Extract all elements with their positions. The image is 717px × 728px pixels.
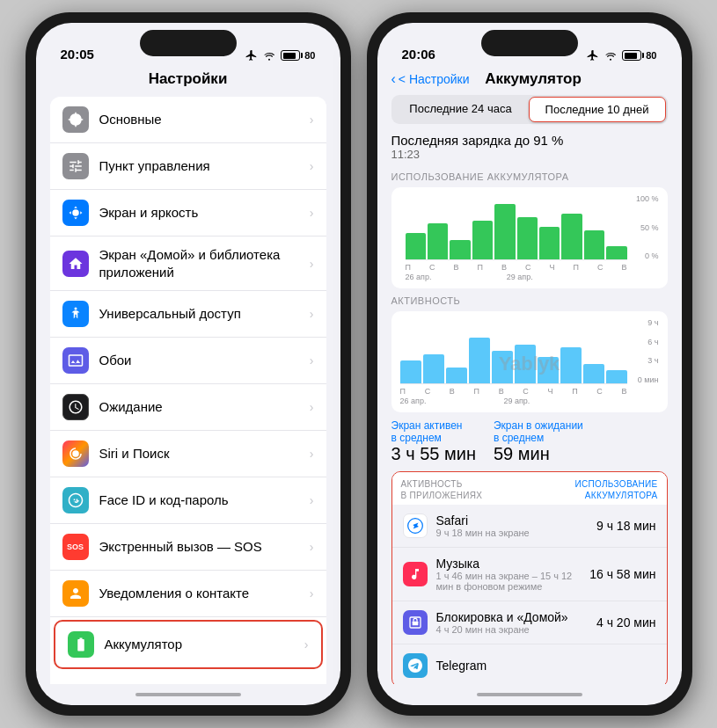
item-label-ekrandom: Экран «Домой» и библиотека приложений [99,246,304,280]
airplane-icon [245,49,258,62]
app-name-music: Музыка [436,557,590,571]
segment-24h[interactable]: Последние 24 часа [393,97,529,122]
chevron-osnovnye: › [310,113,314,127]
app-row-safari[interactable]: Safari 9 ч 18 мин на экране 9 ч 18 мин [392,505,667,548]
item-icon-ozhidanie [62,394,89,420]
item-icon-ekrandom [62,251,89,277]
bar-9 [584,230,604,259]
sliders-icon [68,158,84,174]
status-icons-left: 80 [245,49,315,62]
nav-back-button[interactable]: ‹ < Настройки [391,71,470,87]
item-icon-sos: SOS [62,534,89,560]
charge-title: Последняя зарядка до 91 % [391,133,668,148]
settings-item-ozhidanie[interactable]: Ожидание › [50,384,326,431]
app-info-telegram: Telegram [436,659,656,673]
music-icon [408,567,422,581]
bar-2 [428,223,448,259]
stat-active-label: Экран активенв среднем [391,419,476,444]
hr-3: 3 ч [647,356,658,365]
app-battery-safari: 9 ч 18 мин [596,519,656,533]
item-icon-akkum [68,631,94,658]
item-label-contact: Уведомления о контакте [99,585,304,602]
settings-list: Основные › Пункт управления › Экран [36,97,340,684]
home-icon [68,256,84,272]
app-usage-header: АКТИВНОСТЬВ ПРИЛОЖЕНИЯХ ИСПОЛЬЗОВАНИЕАКК… [392,472,667,505]
battery-icon-r: 80 [622,50,656,61]
home-indicator-right [377,684,682,705]
activity-section-label: АКТИВНОСТЬ [391,295,668,306]
pct-50: 50 % [640,223,659,232]
item-label-oboi: Обои [99,352,304,369]
bar-1 [406,233,426,259]
hr-9: 9 ч [647,318,658,327]
activity-apps-label: АКТИВНОСТЬВ ПРИЛОЖЕНИЯХ [401,478,483,501]
chevron-ekrandom: › [310,257,314,271]
settings-item-ekrandom[interactable]: Экран «Домой» и библиотека приложений › [50,237,326,291]
segment-control: Последние 24 часа Последние 10 дней [391,95,668,124]
iphone-left: 20:05 80 Настройки [26,12,351,716]
settings-item-osnovnye[interactable]: Основные › [50,97,326,143]
chevron-contact: › [310,586,314,601]
act-bar-4 [469,338,490,383]
brightness-icon [68,205,84,221]
standby-icon [68,399,84,415]
settings-item-universal[interactable]: Универсальный доступ › [50,291,326,338]
battery-usage-label: ИСПОЛЬЗОВАНИЕАККУМУЛЯТОРА [575,478,658,501]
chevron-sos: › [310,540,314,554]
lockscreen-icon [408,615,422,630]
iphone-right: 20:06 80 ‹ < Настройки Аккумулятор [367,12,692,716]
app-row-telegram[interactable]: Telegram [392,644,667,684]
bar-7 [539,227,560,259]
app-name-telegram: Telegram [436,659,656,673]
wifi-icon-r [604,49,618,62]
act-bar-3 [446,368,467,384]
item-label-universal: Универсальный доступ [99,305,304,323]
charge-time: 11:23 [391,148,668,161]
settings-item-siri[interactable]: Siri и Поиск › [50,431,326,477]
app-detail-lockscreen: 4 ч 20 мин на экране [436,624,597,635]
contact-icon [68,586,84,601]
item-icon-punkt [62,153,89,179]
settings-item-sos[interactable]: SOS Экстренный вызов — SOS › [50,524,326,571]
act-bar-8 [560,347,582,383]
settings-item-ekran[interactable]: Экран и яркость › [50,190,326,237]
stat-standby-value: 59 мин [494,444,583,464]
stat-active-value: 3 ч 55 мин [391,444,476,464]
settings-group-main: Основные › Пункт управления › Экран [50,97,326,684]
bar-6 [517,217,538,259]
app-row-lockscreen[interactable]: Блокировка и «Домой» 4 ч 20 мин на экран… [392,601,667,644]
pct-100: 100 % [636,194,659,203]
settings-item-contact[interactable]: Уведомления о контакте › [50,571,326,617]
svg-point-0 [74,308,77,310]
act-bar-10 [606,370,627,383]
app-detail-music: 1 ч 46 мин на экране – 15 ч 12 мин в фон… [436,571,590,592]
item-icon-ekran [62,200,89,226]
usage-section-label: ИСПОЛЬЗОВАНИЕ АККУМУЛЯТОРА [391,171,668,182]
page-title-left: Настройки [36,67,340,97]
segment-10d[interactable]: Последние 10 дней [529,97,666,122]
battery-content: Последняя зарядка до 91 % 11:23 ИСПОЛЬЗО… [377,133,682,684]
chevron-siri: › [310,447,314,461]
settings-item-konfid[interactable]: Конфиденциальность и безопасность › [50,672,326,684]
hr-6: 6 ч [647,338,658,346]
dynamic-island-right [481,30,578,56]
status-icons-right: 80 [587,49,656,62]
settings-item-oboi[interactable]: Обои › [50,338,326,384]
time-right: 20:06 [402,47,435,62]
app-detail-safari: 9 ч 18 мин на экране [436,528,597,538]
app-name-lockscreen: Блокировка и «Домой» [436,610,597,624]
app-row-music[interactable]: Музыка 1 ч 46 мин на экране – 15 ч 12 ми… [392,548,667,601]
time-left: 20:05 [61,47,94,62]
settings-item-faceid[interactable]: Face ID и код-пароль › [50,477,326,524]
faceid-icon [68,492,84,508]
home-indicator-left [36,684,340,705]
chevron-faceid: › [310,493,314,507]
item-label-sos: Экстренный вызов — SOS [99,538,304,556]
settings-item-punkt[interactable]: Пункт управления › [50,143,326,190]
activity-date-labels: 26 апр. 29 апр. [400,397,627,405]
item-icon-faceid [62,487,89,513]
app-name-safari: Safari [436,513,597,528]
item-icon-siri [62,440,89,467]
settings-item-akkum[interactable]: Аккумулятор › [54,620,323,669]
telegram-icon [408,659,422,673]
